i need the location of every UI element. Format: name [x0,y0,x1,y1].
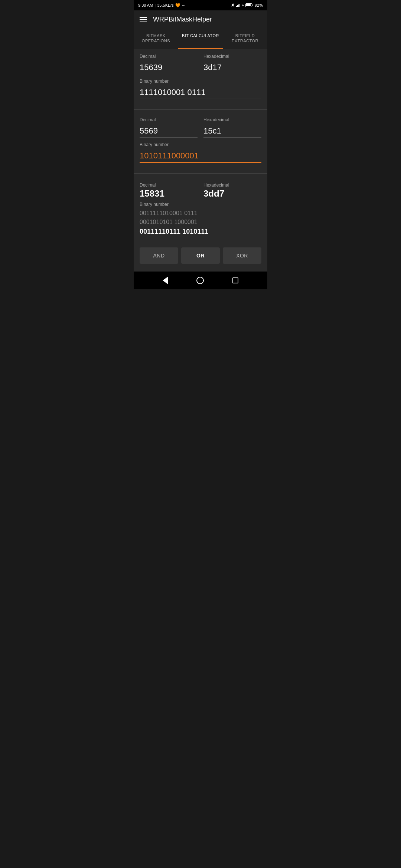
binary-label-2: Binary number [140,142,261,147]
decimal-input-2[interactable] [140,125,198,138]
home-button[interactable] [196,277,204,284]
decimal-input-1[interactable] [140,61,198,74]
decimal-field-2: Decimal [140,117,198,138]
result-row: Decimal 15831 Hexadecimal 3dd7 [140,183,261,199]
main-content: Decimal Hexadecimal Binary number Decima… [134,49,267,272]
or-button[interactable]: OR [181,247,220,264]
result-binary-result: 00111110111 1010111 [140,228,261,236]
result-hex-value: 3dd7 [203,188,261,199]
result-hex-label: Hexadecimal [203,183,261,188]
decimal-label-2: Decimal [140,117,198,122]
tab-bitmask-operations[interactable]: BITMASK OPERATIONS [134,29,178,49]
first-row-inputs: Decimal Hexadecimal [140,54,261,74]
operations-row: AND OR XOR [134,241,267,270]
binary-input-1[interactable] [140,86,261,99]
hex-field-1: Hexadecimal [203,54,261,74]
status-right: ✘ ⌖ 92% [231,3,263,8]
second-row-inputs: Decimal Hexadecimal [140,117,261,138]
recents-icon [232,277,238,283]
decimal-label-1: Decimal [140,54,198,59]
result-hex-field: Hexadecimal 3dd7 [203,183,261,199]
binary-field-1: Binary number [140,79,261,99]
app-header: WRPBitMaskHelper [134,10,267,29]
hex-label-2: Hexadecimal [203,117,261,122]
more-icon: ··· [182,3,185,7]
result-binary-label: Binary number [140,202,261,207]
result-decimal-label: Decimal [140,183,198,188]
network-speed: 35.5KB/s [157,3,174,7]
home-icon [196,277,204,284]
status-bar: 9:38 AM | 35.5KB/s 🧡 ··· ✘ ⌖ 92% [134,0,267,10]
binary-label-1: Binary number [140,79,261,84]
battery-percent: 92% [255,3,263,7]
divider-1 [134,109,267,110]
health-icon: 🧡 [175,3,180,8]
tab-bitfield-extractor[interactable]: BITFIELD EXTRACTOR [223,29,267,49]
hex-input-2[interactable] [203,125,261,138]
back-icon [163,277,168,284]
back-button[interactable] [163,277,168,284]
result-binary-row-1: 0011111010001 0111 [140,209,261,217]
input-section-1: Decimal Hexadecimal Binary number [134,49,267,106]
divider-2 [134,173,267,174]
result-decimal-field: Decimal 15831 [140,183,198,199]
hex-field-2: Hexadecimal [203,117,261,138]
result-section: Decimal 15831 Hexadecimal 3dd7 Binary nu… [134,177,267,240]
nav-bar [134,272,267,289]
status-left: 9:38 AM | 35.5KB/s 🧡 ··· [138,3,185,8]
result-decimal-value: 15831 [140,188,198,199]
hex-label-1: Hexadecimal [203,54,261,59]
tab-bit-calculator[interactable]: BIT CALCULATOR [178,29,223,49]
decimal-field-1: Decimal [140,54,198,74]
input-section-2: Decimal Hexadecimal Binary number [134,113,267,170]
hex-input-1[interactable] [203,61,261,74]
separator: | [154,3,156,7]
signal-icon [236,4,240,7]
binary-input-2[interactable] [140,149,261,163]
binary-field-2: Binary number [140,142,261,163]
wifi-icon: ⌖ [242,3,244,8]
bluetooth-icon: ✘ [231,3,235,8]
xor-button[interactable]: XOR [223,247,261,264]
app-title: WRPBitMaskHelper [153,16,212,23]
and-button[interactable]: AND [140,247,178,264]
result-binary-row-2: 0001010101 1000001 [140,218,261,226]
tab-bar: BITMASK OPERATIONS BIT CALCULATOR BITFIE… [134,29,267,49]
battery-icon [245,3,253,7]
recents-button[interactable] [232,277,238,283]
hamburger-menu[interactable] [140,17,147,22]
time-display: 9:38 AM [138,3,153,7]
